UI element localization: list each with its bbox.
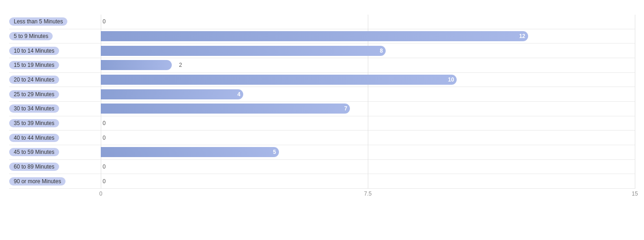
- bar-track: 5: [101, 145, 635, 159]
- bar-label: 20 to 24 Minutes: [9, 76, 59, 84]
- bar-track: 0: [101, 116, 635, 131]
- bar-track: 10: [101, 73, 635, 87]
- bar-row: 5 to 9 Minutes12: [9, 29, 635, 44]
- bar-value: 0: [103, 18, 106, 25]
- bar-label: Less than 5 Minutes: [9, 17, 67, 26]
- x-axis: 07.515: [101, 191, 635, 200]
- bar-fill: 8: [101, 46, 386, 56]
- bar-value: 0: [103, 120, 106, 126]
- bar-value: 10: [448, 76, 454, 83]
- bar-track: 0: [101, 160, 635, 174]
- bar-value: 7: [344, 105, 347, 112]
- bar-value: 0: [103, 164, 106, 170]
- bar-label: 5 to 9 Minutes: [9, 32, 53, 40]
- bar-fill: 12: [101, 31, 528, 41]
- bar-row: 60 to 89 Minutes0: [9, 160, 635, 175]
- bar-row: 25 to 29 Minutes4: [9, 87, 635, 102]
- bar-track: 2: [101, 58, 635, 72]
- bar-fill: 10: [101, 75, 457, 85]
- bar-row: 10 to 14 Minutes8: [9, 44, 635, 58]
- bar-fill: 7: [101, 104, 350, 114]
- bar-track: 7: [101, 102, 635, 116]
- bar-value: 2: [179, 62, 182, 68]
- bar-label: 25 to 29 Minutes: [9, 90, 59, 98]
- x-axis-tick: 15: [632, 191, 638, 197]
- chart-area: Less than 5 Minutes05 to 9 Minutes1210 t…: [9, 15, 635, 200]
- bar-value: 8: [380, 48, 383, 54]
- bar-value: 4: [237, 91, 240, 98]
- grid-line: [635, 15, 635, 189]
- x-axis-tick: 0: [99, 191, 103, 197]
- chart-container: Less than 5 Minutes05 to 9 Minutes1210 t…: [0, 0, 644, 240]
- bar-row: 45 to 59 Minutes5: [9, 145, 635, 160]
- bar-row: 15 to 19 Minutes2: [9, 58, 635, 73]
- bar-label: 30 to 34 Minutes: [9, 104, 59, 113]
- bar-row: 30 to 34 Minutes7: [9, 102, 635, 116]
- bar-label: 35 to 39 Minutes: [9, 119, 59, 127]
- x-axis-tick: 7.5: [364, 191, 372, 197]
- bar-track: 8: [101, 44, 635, 58]
- bar-label: 40 to 44 Minutes: [9, 134, 59, 142]
- bar-fill: 5: [101, 147, 279, 157]
- bar-track: 12: [101, 29, 635, 44]
- bar-row: 35 to 39 Minutes0: [9, 116, 635, 131]
- bar-label: 90 or more Minutes: [9, 177, 65, 185]
- bar-label: 45 to 59 Minutes: [9, 148, 59, 156]
- bar-row: Less than 5 Minutes0: [9, 15, 635, 29]
- bar-track: 0: [101, 174, 635, 188]
- bar-label: 60 to 89 Minutes: [9, 163, 59, 171]
- bar-value: 12: [519, 33, 525, 39]
- bars-section: Less than 5 Minutes05 to 9 Minutes1210 t…: [9, 15, 635, 189]
- bar-row: 20 to 24 Minutes10: [9, 73, 635, 87]
- bar-row: 90 or more Minutes0: [9, 174, 635, 189]
- bar-value: 0: [103, 178, 106, 185]
- bar-track: 4: [101, 87, 635, 101]
- bar-label: 10 to 14 Minutes: [9, 47, 59, 55]
- bar-fill: 2: [101, 60, 172, 70]
- bar-row: 40 to 44 Minutes0: [9, 131, 635, 145]
- bar-value: 0: [103, 135, 106, 141]
- bar-label: 15 to 19 Minutes: [9, 61, 59, 69]
- bar-fill: 4: [101, 89, 243, 99]
- bar-value: 5: [273, 149, 276, 155]
- bar-track: 0: [101, 131, 635, 145]
- bar-track: 0: [101, 15, 635, 29]
